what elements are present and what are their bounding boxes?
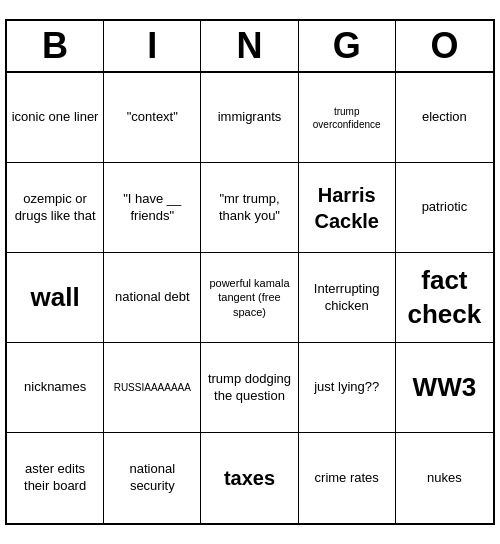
- cell-text-14: fact check: [400, 264, 489, 332]
- cell-text-21: national security: [108, 461, 196, 495]
- header-letter-n: N: [201, 21, 298, 71]
- cell-text-1: "context": [127, 109, 178, 126]
- bingo-cell-13: Interrupting chicken: [299, 253, 396, 343]
- cell-text-2: immigrants: [218, 109, 282, 126]
- bingo-cell-21: national security: [104, 433, 201, 523]
- bingo-cell-11: national debt: [104, 253, 201, 343]
- bingo-cell-15: nicknames: [7, 343, 104, 433]
- cell-text-7: "mr trump, thank you": [205, 191, 293, 225]
- cell-text-8: Harris Cackle: [303, 182, 391, 234]
- bingo-cell-10: wall: [7, 253, 104, 343]
- bingo-cell-4: election: [396, 73, 493, 163]
- bingo-cell-5: ozempic or drugs like that: [7, 163, 104, 253]
- bingo-card: BINGO iconic one liner"context"immigrant…: [5, 19, 495, 525]
- cell-text-3: trump overconfidence: [303, 105, 391, 131]
- cell-text-13: Interrupting chicken: [303, 281, 391, 315]
- bingo-cell-19: WW3: [396, 343, 493, 433]
- bingo-cell-23: crime rates: [299, 433, 396, 523]
- bingo-cell-18: just lying??: [299, 343, 396, 433]
- header-letter-o: O: [396, 21, 493, 71]
- bingo-cell-14: fact check: [396, 253, 493, 343]
- cell-text-6: "I have __ friends": [108, 191, 196, 225]
- bingo-cell-12: powerful kamala tangent (free space): [201, 253, 298, 343]
- bingo-cell-17: trump dodging the question: [201, 343, 298, 433]
- bingo-cell-20: aster edits their board: [7, 433, 104, 523]
- bingo-cell-6: "I have __ friends": [104, 163, 201, 253]
- bingo-header: BINGO: [7, 21, 493, 73]
- cell-text-16: RUSSIAAAAAAA: [114, 381, 191, 394]
- header-letter-g: G: [299, 21, 396, 71]
- bingo-cell-16: RUSSIAAAAAAA: [104, 343, 201, 433]
- bingo-cell-8: Harris Cackle: [299, 163, 396, 253]
- cell-text-11: national debt: [115, 289, 189, 306]
- cell-text-10: wall: [31, 281, 80, 315]
- cell-text-15: nicknames: [24, 379, 86, 396]
- header-letter-i: I: [104, 21, 201, 71]
- bingo-cell-22: taxes: [201, 433, 298, 523]
- cell-text-5: ozempic or drugs like that: [11, 191, 99, 225]
- bingo-cell-1: "context": [104, 73, 201, 163]
- bingo-cell-7: "mr trump, thank you": [201, 163, 298, 253]
- cell-text-12: powerful kamala tangent (free space): [205, 276, 293, 319]
- cell-text-19: WW3: [413, 371, 477, 405]
- cell-text-23: crime rates: [315, 470, 379, 487]
- bingo-grid: iconic one liner"context"immigrantstrump…: [7, 73, 493, 523]
- bingo-cell-24: nukes: [396, 433, 493, 523]
- cell-text-17: trump dodging the question: [205, 371, 293, 405]
- cell-text-0: iconic one liner: [12, 109, 99, 126]
- bingo-cell-3: trump overconfidence: [299, 73, 396, 163]
- bingo-cell-9: patriotic: [396, 163, 493, 253]
- header-letter-b: B: [7, 21, 104, 71]
- bingo-cell-0: iconic one liner: [7, 73, 104, 163]
- cell-text-22: taxes: [224, 465, 275, 491]
- cell-text-20: aster edits their board: [11, 461, 99, 495]
- cell-text-18: just lying??: [314, 379, 379, 396]
- cell-text-24: nukes: [427, 470, 462, 487]
- cell-text-4: election: [422, 109, 467, 126]
- bingo-cell-2: immigrants: [201, 73, 298, 163]
- cell-text-9: patriotic: [422, 199, 468, 216]
